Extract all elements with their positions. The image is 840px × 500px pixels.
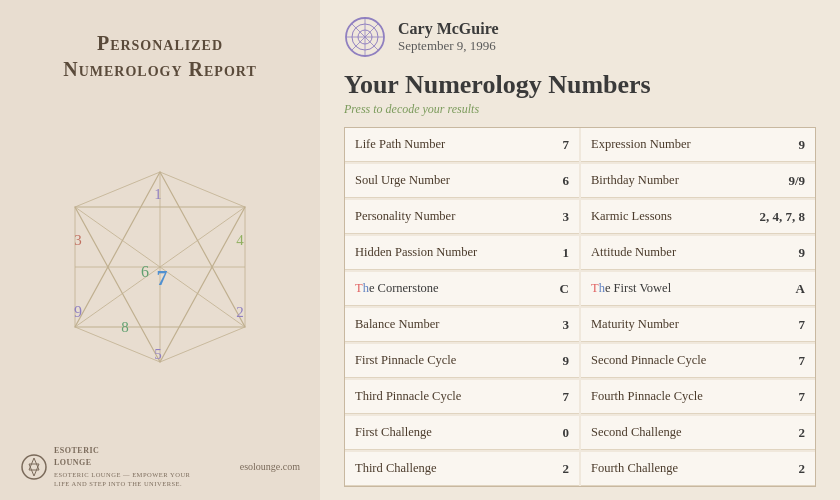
num-value: 2 bbox=[545, 461, 569, 477]
table-row[interactable]: Life Path Number7 bbox=[345, 128, 579, 162]
num-value: 3 bbox=[545, 317, 569, 333]
num-value: 9 bbox=[781, 245, 805, 261]
svg-text:1: 1 bbox=[154, 186, 162, 202]
table-row[interactable]: Soul Urge Number6 bbox=[345, 164, 579, 198]
svg-text:7: 7 bbox=[157, 265, 168, 290]
num-label: Fourth Challenge bbox=[591, 461, 678, 476]
num-label: Karmic Lessons bbox=[591, 209, 672, 224]
numbers-grid: Life Path Number7Expression Number9Soul … bbox=[344, 127, 816, 487]
footer-url: esolounge.com bbox=[240, 461, 300, 472]
section-title: Your Numerology Numbers bbox=[344, 70, 816, 100]
brand-logo: ESOTERIC LOUNGE ESOTERIC LOUNGE — EMPOWE… bbox=[20, 445, 190, 488]
table-row[interactable]: The First VowelA bbox=[581, 272, 815, 306]
table-row[interactable]: Personality Number3 bbox=[345, 200, 579, 234]
table-row[interactable]: Balance Number3 bbox=[345, 308, 579, 342]
num-value: 9 bbox=[781, 137, 805, 153]
title-line1: Personalized Numerology Report bbox=[63, 30, 257, 82]
report-title: Personalized Numerology Report bbox=[63, 30, 257, 88]
num-value: 3 bbox=[545, 209, 569, 225]
table-row[interactable]: Fourth Challenge2 bbox=[581, 452, 815, 486]
num-label: The Cornerstone bbox=[355, 281, 439, 296]
num-value: 1 bbox=[545, 245, 569, 261]
table-row[interactable]: Expression Number9 bbox=[581, 128, 815, 162]
table-row[interactable]: Third Challenge2 bbox=[345, 452, 579, 486]
profile-header: Cary McGuire September 9, 1996 bbox=[344, 16, 816, 58]
num-value: 7 bbox=[545, 389, 569, 405]
num-label: Maturity Number bbox=[591, 317, 679, 332]
table-row[interactable]: Karmic Lessons2, 4, 7, 8 bbox=[581, 200, 815, 234]
profile-info: Cary McGuire September 9, 1996 bbox=[398, 20, 499, 54]
left-footer: ESOTERIC LOUNGE ESOTERIC LOUNGE — EMPOWE… bbox=[10, 445, 310, 488]
num-label: Second Pinnacle Cycle bbox=[591, 353, 706, 368]
num-value: 6 bbox=[545, 173, 569, 189]
num-value: 9/9 bbox=[781, 173, 805, 189]
num-label: First Challenge bbox=[355, 425, 432, 440]
profile-date: September 9, 1996 bbox=[398, 38, 499, 54]
svg-line-5 bbox=[75, 327, 160, 362]
num-label: Attitude Number bbox=[591, 245, 676, 260]
num-value: 7 bbox=[781, 353, 805, 369]
num-value: 9 bbox=[545, 353, 569, 369]
table-row[interactable]: Maturity Number7 bbox=[581, 308, 815, 342]
table-row[interactable]: The CornerstoneC bbox=[345, 272, 579, 306]
table-row[interactable]: Third Pinnacle Cycle7 bbox=[345, 380, 579, 414]
table-row[interactable]: First Pinnacle Cycle9 bbox=[345, 344, 579, 378]
svg-line-4 bbox=[160, 327, 245, 362]
num-label: Third Challenge bbox=[355, 461, 437, 476]
table-row[interactable]: Hidden Passion Number1 bbox=[345, 236, 579, 270]
num-label: Fourth Pinnacle Cycle bbox=[591, 389, 703, 404]
table-row[interactable]: Birthday Number9/9 bbox=[581, 164, 815, 198]
svg-text:2: 2 bbox=[236, 304, 244, 320]
table-row[interactable]: Second Pinnacle Cycle7 bbox=[581, 344, 815, 378]
num-value: 2 bbox=[781, 461, 805, 477]
svg-text:6: 6 bbox=[141, 263, 149, 280]
num-label: Soul Urge Number bbox=[355, 173, 450, 188]
num-value: 7 bbox=[781, 317, 805, 333]
num-label: Life Path Number bbox=[355, 137, 445, 152]
svg-line-2 bbox=[160, 172, 245, 207]
right-panel: Cary McGuire September 9, 1996 Your Nume… bbox=[320, 0, 840, 500]
num-label: The First Vowel bbox=[591, 281, 671, 296]
table-row[interactable]: Second Challenge2 bbox=[581, 416, 815, 450]
num-value: A bbox=[781, 281, 805, 297]
table-row[interactable]: First Challenge0 bbox=[345, 416, 579, 450]
num-label: Hidden Passion Number bbox=[355, 245, 477, 260]
svg-text:9: 9 bbox=[74, 303, 82, 320]
num-label: Balance Number bbox=[355, 317, 439, 332]
num-label: Personality Number bbox=[355, 209, 455, 224]
num-label: Expression Number bbox=[591, 137, 691, 152]
section-subtitle: Press to decode your results bbox=[344, 102, 816, 117]
num-label: Third Pinnacle Cycle bbox=[355, 389, 461, 404]
num-value: 2, 4, 7, 8 bbox=[760, 209, 806, 225]
num-value: 2 bbox=[781, 425, 805, 441]
svg-text:3: 3 bbox=[74, 232, 82, 248]
num-label: Second Challenge bbox=[591, 425, 682, 440]
svg-line-7 bbox=[75, 172, 160, 207]
num-value: C bbox=[545, 281, 569, 297]
brand-name: ESOTERIC LOUNGE ESOTERIC LOUNGE — EMPOWE… bbox=[54, 445, 190, 488]
svg-text:4: 4 bbox=[236, 232, 244, 248]
svg-text:5: 5 bbox=[154, 346, 162, 362]
svg-text:8: 8 bbox=[121, 319, 129, 335]
profile-icon bbox=[344, 16, 386, 58]
num-label: Birthday Number bbox=[591, 173, 679, 188]
table-row[interactable]: Attitude Number9 bbox=[581, 236, 815, 270]
profile-name: Cary McGuire bbox=[398, 20, 499, 38]
table-row[interactable]: Fourth Pinnacle Cycle7 bbox=[581, 380, 815, 414]
num-value: 7 bbox=[781, 389, 805, 405]
num-label: First Pinnacle Cycle bbox=[355, 353, 456, 368]
num-value: 7 bbox=[545, 137, 569, 153]
star-diagram: 1 4 2 5 9 3 6 7 8 bbox=[50, 157, 270, 377]
logo-icon bbox=[20, 453, 48, 481]
left-panel: Personalized Numerology Report bbox=[0, 0, 320, 500]
num-value: 0 bbox=[545, 425, 569, 441]
